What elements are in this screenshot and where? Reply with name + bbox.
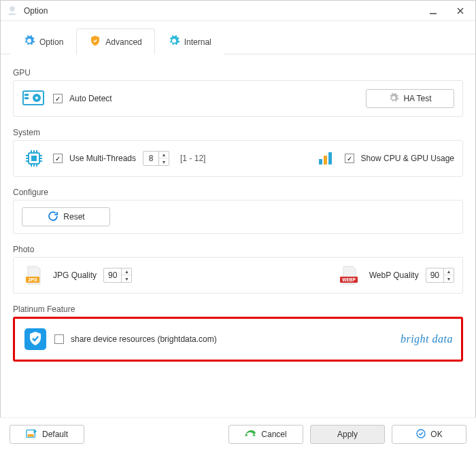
check-circle-icon (415, 428, 426, 441)
reset-label: Reset (63, 212, 84, 222)
svg-point-33 (417, 430, 425, 438)
shield-badge-icon (23, 328, 48, 350)
svg-rect-10 (31, 156, 37, 161)
panel-configure: Reset (13, 200, 463, 234)
panel-photo: JPG JPG Quality 90 ▲ ▼ WEBP WebP Quality… (13, 257, 463, 294)
show-usage-label: Show CPU & GPU Usage (361, 154, 454, 163)
jpg-step-down[interactable]: ▼ (122, 275, 131, 282)
tab-label: Internal (184, 37, 211, 47)
default-icon (26, 428, 38, 441)
svg-rect-7 (24, 94, 29, 96)
close-button[interactable] (451, 4, 470, 18)
svg-rect-24 (324, 156, 327, 164)
ok-label: OK (430, 430, 442, 439)
usage-icon (313, 147, 338, 169)
section-label-system: System (13, 128, 463, 137)
webp-quality-stepper[interactable]: 90 ▲ ▼ (426, 268, 454, 283)
svg-text:WEBP: WEBP (342, 277, 356, 282)
ha-test-button[interactable]: HA Test (366, 89, 454, 108)
multi-threads-checkbox[interactable]: ✓ (53, 154, 63, 163)
cancel-button[interactable]: Cancel (228, 425, 303, 444)
section-label-platinum: Platinum Feature (13, 305, 463, 314)
tab-bar: Option Advanced Internal (1, 21, 475, 54)
auto-detect-label: Auto Detect (69, 94, 112, 103)
auto-detect-checkbox[interactable]: ✓ (53, 94, 63, 103)
tab-label: Advanced (105, 37, 141, 47)
svg-rect-23 (319, 159, 322, 164)
section-label-photo: Photo (13, 245, 463, 254)
jpg-step-up[interactable]: ▲ (122, 268, 131, 275)
default-button[interactable]: Default (10, 425, 84, 444)
svg-rect-32 (28, 434, 34, 436)
svg-point-6 (35, 97, 38, 99)
back-arrow-icon (245, 429, 257, 440)
default-label: Default (42, 430, 68, 439)
threads-stepper[interactable]: 8 ▲ ▼ (143, 151, 169, 166)
gear-icon (23, 35, 35, 49)
tab-advanced[interactable]: Advanced (76, 29, 154, 54)
ok-button[interactable]: OK (392, 425, 466, 444)
webp-quality-label: WebP Quality (369, 271, 419, 280)
window-title: Option (24, 6, 48, 16)
apply-button[interactable]: Apply (310, 425, 385, 444)
refresh-icon (47, 210, 59, 224)
svg-point-0 (10, 6, 15, 12)
section-label-configure: Configure (13, 188, 463, 197)
tab-option[interactable]: Option (10, 29, 76, 54)
footer: Default Cancel Apply OK (0, 417, 476, 452)
reset-button[interactable]: Reset (22, 207, 110, 226)
threads-range: [1 - 12] (180, 154, 205, 163)
minimize-button[interactable] (424, 4, 443, 18)
threads-value: 8 (143, 154, 158, 163)
cancel-label: Cancel (261, 430, 286, 439)
tab-internal[interactable]: Internal (155, 29, 224, 54)
share-resources-label: share device resources (brightdata.com) (71, 334, 217, 344)
gear-icon (168, 35, 180, 49)
svg-text:JPG: JPG (28, 277, 38, 282)
jpg-quality-stepper[interactable]: 90 ▲ ▼ (103, 268, 132, 283)
threads-step-down[interactable]: ▼ (159, 158, 169, 165)
content-area: GPU ✓ Auto Detect HA Test System ✓ Use M… (1, 54, 475, 378)
show-usage-checkbox[interactable]: ✓ (345, 154, 354, 163)
tab-label: Option (39, 37, 63, 47)
jpg-quality-label: JPG Quality (53, 271, 97, 280)
section-label-gpu: GPU (13, 68, 463, 77)
jpg-quality-value: 90 (104, 271, 121, 280)
brightdata-logo: bright data (401, 333, 453, 345)
share-resources-checkbox[interactable]: ✓ (54, 334, 64, 344)
panel-platinum: ✓ share device resources (brightdata.com… (13, 317, 463, 362)
svg-rect-8 (24, 97, 29, 99)
jpg-icon: JPG (22, 264, 46, 286)
webp-icon: WEBP (338, 264, 362, 286)
gear-icon (388, 92, 399, 105)
threads-step-up[interactable]: ▲ (159, 152, 169, 158)
shield-icon (89, 35, 101, 49)
webp-step-down[interactable]: ▼ (444, 275, 454, 282)
panel-gpu: ✓ Auto Detect HA Test (13, 80, 463, 117)
gpu-icon (22, 88, 46, 109)
multi-threads-label: Use Multi-Threads (69, 154, 136, 163)
webp-quality-value: 90 (426, 271, 443, 280)
cpu-icon (22, 147, 46, 169)
app-icon (6, 5, 18, 17)
titlebar: Option (1, 1, 475, 21)
webp-step-up[interactable]: ▲ (444, 268, 454, 275)
ha-test-label: HA Test (403, 94, 431, 103)
apply-label: Apply (337, 430, 358, 439)
panel-system: ✓ Use Multi-Threads 8 ▲ ▼ [1 - 12] ✓ Sho… (13, 140, 463, 177)
svg-rect-25 (328, 152, 332, 164)
